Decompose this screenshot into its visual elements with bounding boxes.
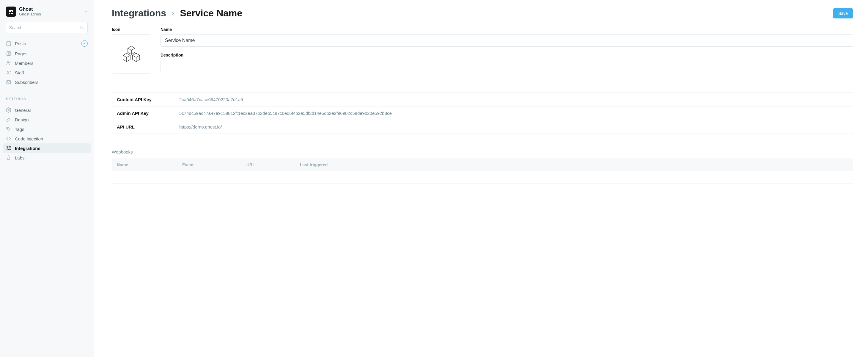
svg-point-5: [81, 26, 83, 29]
sidebar-item-members[interactable]: Members: [3, 58, 91, 68]
name-field-label: Name: [160, 27, 853, 32]
sidebar-item-label: Pages: [15, 51, 28, 56]
svg-point-26: [9, 149, 11, 150]
sidebar-item-posts[interactable]: Posts: [3, 38, 91, 49]
sidebar-item-pages[interactable]: Pages: [3, 49, 91, 58]
svg-line-6: [83, 29, 84, 29]
icon-upload-dropzone[interactable]: [112, 34, 151, 73]
sidebar-item-label: Design: [15, 117, 29, 122]
sidebar-item-tags[interactable]: Tags: [3, 124, 91, 134]
search-icon: [80, 25, 85, 30]
webhooks-section-label: Webhooks: [112, 149, 853, 154]
svg-point-25: [7, 149, 8, 150]
boxes-icon: [122, 46, 141, 62]
sidebar-item-labs[interactable]: Labs: [3, 153, 91, 162]
sidebar-item-general[interactable]: General: [3, 105, 91, 115]
breadcrumb: Integrations Service Name: [112, 8, 242, 19]
svg-point-22: [7, 128, 8, 128]
search-input[interactable]: [9, 25, 80, 30]
svg-point-19: [7, 71, 9, 72]
webhooks-col-name: Name: [117, 162, 182, 167]
api-key-label: Admin API Key: [117, 111, 179, 116]
flask-icon: [6, 155, 11, 160]
nav-settings: General Design Tags Code injection: [0, 103, 94, 164]
add-post-button[interactable]: [81, 40, 88, 47]
svg-point-23: [7, 146, 8, 148]
svg-point-17: [7, 62, 9, 63]
webhooks-col-url: URL: [246, 162, 300, 167]
api-row: Admin API Key 5c74dc59ac47a47e9158812f:1…: [112, 107, 853, 120]
sidebar-item-design[interactable]: Design: [3, 115, 91, 124]
sidebar-item-label: Posts: [15, 41, 26, 46]
svg-point-24: [9, 146, 11, 148]
webhooks-col-event: Event: [182, 162, 246, 167]
integrations-icon: [6, 146, 11, 151]
webhooks-table: Name Event URL Last triggered: [112, 158, 853, 184]
sidebar-item-subscribers[interactable]: Subscribers: [3, 77, 91, 87]
members-icon: [6, 60, 11, 66]
sidebar-item-integrations[interactable]: Integrations: [3, 143, 91, 153]
sidebar-item-code-injection[interactable]: Code injection: [3, 134, 91, 143]
svg-rect-1: [9, 11, 11, 12]
webhooks-col-last: Last triggered: [300, 162, 848, 167]
main-content: Integrations Service Name Save Icon: [94, 0, 868, 357]
sidebar-item-staff[interactable]: Staff: [3, 68, 91, 77]
code-icon: [6, 136, 11, 141]
sidebar-item-label: Members: [15, 61, 34, 66]
sidebar-item-label: General: [15, 108, 31, 113]
svg-rect-4: [11, 13, 13, 14]
api-key-label: Content API Key: [117, 97, 179, 102]
api-key-value[interactable]: 5c74dc59ac47a47e9158812f:1ec2ea37b2deb5c…: [179, 111, 848, 116]
api-row: API URL https://demo.ghost.io/: [112, 120, 853, 133]
tag-icon: [6, 126, 11, 132]
breadcrumb-current: Service Name: [180, 8, 242, 19]
sidebar-item-label: Staff: [15, 70, 24, 75]
api-key-value[interactable]: 2ca946a7cace69470220a7d1a5: [179, 97, 848, 102]
site-logo-icon: [6, 6, 16, 17]
api-row: Content API Key 2ca946a7cace69470220a7d1…: [112, 93, 853, 107]
svg-rect-7: [6, 42, 11, 46]
svg-point-21: [8, 110, 9, 111]
sidebar-item-label: Code injection: [15, 136, 43, 141]
sidebar-item-label: Labs: [15, 155, 25, 160]
sidebar-item-label: Tags: [15, 127, 24, 132]
sidebar: Ghost Ghost admin Posts: [0, 0, 94, 357]
calendar-icon: [6, 41, 11, 46]
chevron-down-icon: [84, 9, 88, 14]
staff-icon: [6, 70, 11, 75]
webhooks-table-body: [112, 171, 853, 184]
name-input[interactable]: [160, 34, 853, 47]
pages-icon: [6, 51, 11, 56]
description-input[interactable]: [160, 60, 853, 72]
api-key-value[interactable]: https://demo.ghost.io/: [179, 124, 848, 129]
icon-field-label: Icon: [112, 27, 151, 32]
breadcrumb-root[interactable]: Integrations: [112, 8, 166, 19]
site-subtitle: Ghost admin: [19, 12, 81, 17]
search-input-wrapper[interactable]: [6, 22, 88, 33]
api-key-label: API URL: [117, 124, 179, 129]
chevron-right-icon: [170, 11, 176, 16]
gear-icon: [6, 108, 11, 113]
nav-main: Posts Pages Members: [0, 36, 94, 89]
brush-icon: [6, 117, 11, 122]
save-button[interactable]: Save: [833, 8, 853, 19]
sidebar-item-label: Integrations: [15, 146, 40, 151]
svg-point-18: [9, 62, 10, 63]
sidebar-item-label: Subscribers: [15, 80, 38, 85]
description-field-label: Description: [160, 53, 853, 57]
svg-rect-3: [9, 13, 10, 14]
svg-rect-0: [9, 10, 13, 11]
site-switcher[interactable]: Ghost Ghost admin: [0, 0, 94, 20]
settings-section-label: Settings: [0, 89, 94, 103]
svg-rect-2: [12, 11, 13, 12]
mail-icon: [6, 80, 11, 85]
webhooks-table-header: Name Event URL Last triggered: [112, 159, 853, 171]
api-keys-table: Content API Key 2ca946a7cace69470220a7d1…: [112, 92, 853, 134]
site-name: Ghost: [19, 6, 81, 12]
